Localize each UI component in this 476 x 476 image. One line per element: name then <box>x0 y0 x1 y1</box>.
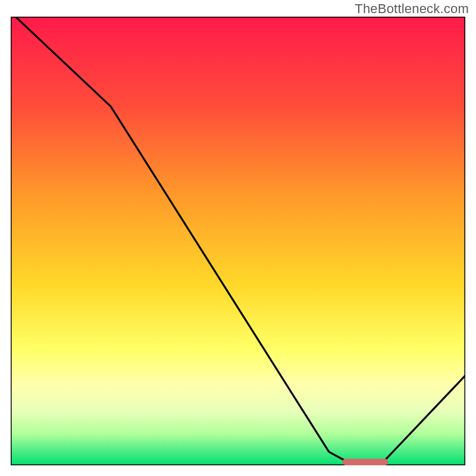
optimum-marker <box>343 459 388 465</box>
chart-background <box>11 17 465 465</box>
chart-svg <box>11 17 465 465</box>
watermark-text: TheBottleneck.com <box>355 1 469 17</box>
bottleneck-chart <box>11 17 465 465</box>
